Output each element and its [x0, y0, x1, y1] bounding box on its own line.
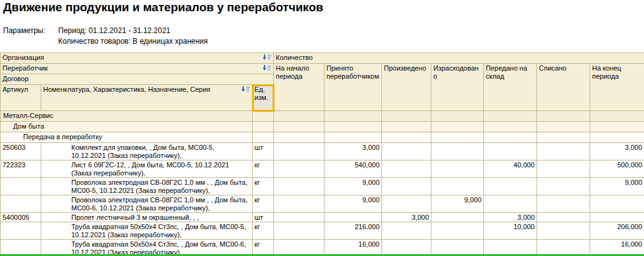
- qty-cell[interactable]: [431, 143, 484, 160]
- qty-cell[interactable]: [431, 178, 484, 195]
- unit-cell[interactable]: кг: [253, 160, 274, 178]
- qty-cell[interactable]: [537, 111, 590, 122]
- qty-cell[interactable]: [274, 160, 325, 178]
- qty-cell[interactable]: [590, 132, 644, 143]
- header-nomenclature[interactable]: Номенклатура, Характеристика, Назначение…: [41, 85, 253, 111]
- qty-cell[interactable]: 500,000: [590, 160, 644, 178]
- qty-cell[interactable]: [382, 111, 431, 122]
- nomenclature-cell[interactable]: Труба квадратная 50х50х4 Ст3пс, , Дом бы…: [41, 222, 253, 240]
- unit-cell[interactable]: кг: [253, 222, 274, 240]
- qty-cell[interactable]: 3,000: [590, 143, 644, 160]
- qty-cell[interactable]: [537, 178, 590, 195]
- header-col-consumed[interactable]: Израсходовано: [431, 64, 484, 111]
- unit-cell[interactable]: шт: [253, 143, 274, 160]
- group-organization-cell[interactable]: Металл-Сервис: [1, 111, 253, 122]
- nomenclature-cell[interactable]: Пролет лестничный 3 м окрашенный, , ,: [41, 213, 253, 222]
- group-processor-cell[interactable]: Дом быта: [1, 122, 253, 132]
- qty-cell[interactable]: 40,000: [484, 160, 537, 178]
- qty-cell[interactable]: [484, 143, 537, 160]
- nomenclature-cell[interactable]: Лист 6 09Г2С-12, , Дом быта, МС00-5, 10.…: [41, 160, 253, 178]
- header-quantity-group[interactable]: Количество: [274, 53, 644, 64]
- nomenclature-cell[interactable]: Проволока электродная СВ-08Г2С 1,0 мм , …: [41, 178, 253, 195]
- qty-cell[interactable]: [590, 213, 644, 222]
- qty-cell[interactable]: [431, 111, 484, 122]
- qty-cell[interactable]: [431, 132, 484, 143]
- qty-cell[interactable]: [484, 122, 537, 132]
- header-col-produced[interactable]: Произведено: [382, 64, 431, 111]
- qty-cell[interactable]: [537, 195, 590, 213]
- unit-cell[interactable]: [253, 122, 274, 132]
- qty-cell[interactable]: [484, 195, 537, 213]
- group-operation-cell[interactable]: Передача в переработку: [1, 132, 253, 143]
- qty-cell[interactable]: [537, 222, 590, 240]
- qty-cell[interactable]: 3,000: [484, 213, 537, 222]
- nomenclature-cell[interactable]: Комплект для упаковки, , Дом быта, МС00-…: [41, 143, 253, 160]
- sort-icon[interactable]: [263, 54, 271, 61]
- qty-cell[interactable]: 3,000: [382, 213, 431, 222]
- qty-cell[interactable]: [382, 222, 431, 240]
- unit-cell[interactable]: кг: [253, 195, 274, 213]
- qty-cell[interactable]: [325, 213, 382, 222]
- header-unit-selected-cell[interactable]: Ед. изм.: [253, 85, 274, 111]
- qty-cell[interactable]: [382, 178, 431, 195]
- qty-cell[interactable]: [431, 160, 484, 178]
- unit-cell[interactable]: [253, 111, 274, 122]
- article-cell[interactable]: 250603: [1, 143, 41, 160]
- qty-cell[interactable]: [274, 222, 325, 240]
- qty-cell[interactable]: [274, 122, 325, 132]
- header-col-accepted[interactable]: Принято переработчиком: [325, 64, 382, 111]
- article-cell[interactable]: 722323: [1, 160, 41, 178]
- article-cell[interactable]: [1, 195, 41, 213]
- qty-cell[interactable]: 216,000: [325, 222, 382, 240]
- qty-cell[interactable]: [274, 143, 325, 160]
- qty-cell[interactable]: [590, 111, 644, 122]
- qty-cell[interactable]: 3,000: [325, 143, 382, 160]
- qty-cell[interactable]: [382, 160, 431, 178]
- qty-cell[interactable]: [431, 213, 484, 222]
- header-col-writtenoff[interactable]: Списано: [537, 64, 590, 111]
- qty-cell[interactable]: [325, 122, 382, 132]
- header-col-begin-period[interactable]: На начало периода: [274, 64, 325, 111]
- qty-cell[interactable]: 9,000: [590, 178, 644, 195]
- header-contract[interactable]: Договор: [1, 74, 274, 85]
- qty-cell[interactable]: [537, 132, 590, 143]
- qty-cell[interactable]: [274, 213, 325, 222]
- qty-cell[interactable]: [484, 178, 537, 195]
- qty-cell[interactable]: [325, 111, 382, 122]
- header-col-transferred[interactable]: Передано на склад: [484, 64, 537, 111]
- header-article[interactable]: Артикул: [1, 85, 41, 111]
- qty-cell[interactable]: [274, 195, 325, 213]
- qty-cell[interactable]: [382, 143, 431, 160]
- qty-cell[interactable]: [274, 111, 325, 122]
- qty-cell[interactable]: [431, 222, 484, 240]
- qty-cell[interactable]: [274, 178, 325, 195]
- article-cell[interactable]: [1, 222, 41, 240]
- qty-cell[interactable]: 9,000: [431, 195, 484, 213]
- qty-cell[interactable]: [484, 111, 537, 122]
- qty-cell[interactable]: 9,000: [325, 178, 382, 195]
- qty-cell[interactable]: [325, 132, 382, 143]
- qty-cell[interactable]: [274, 132, 325, 143]
- qty-cell[interactable]: 9,000: [325, 195, 382, 213]
- header-organization[interactable]: Организация: [1, 53, 274, 64]
- qty-cell[interactable]: 10,000: [484, 222, 537, 240]
- qty-cell[interactable]: [537, 213, 590, 222]
- qty-cell[interactable]: 206,000: [590, 222, 644, 240]
- qty-cell[interactable]: [382, 132, 431, 143]
- unit-cell[interactable]: кг: [253, 178, 274, 195]
- unit-cell[interactable]: [253, 132, 274, 143]
- qty-cell[interactable]: [484, 132, 537, 143]
- nomenclature-cell[interactable]: Проволока электродная СВ-08Г2С 1,0 мм , …: [41, 195, 253, 213]
- qty-cell[interactable]: [590, 195, 644, 213]
- article-cell[interactable]: [1, 178, 41, 195]
- qty-cell[interactable]: [382, 195, 431, 213]
- sort-icon[interactable]: [263, 65, 271, 71]
- article-cell[interactable]: 5400005: [1, 213, 41, 222]
- qty-cell[interactable]: [537, 122, 590, 132]
- unit-cell[interactable]: шт: [253, 213, 274, 222]
- header-processor[interactable]: Переработчик: [1, 64, 274, 74]
- qty-cell[interactable]: [537, 160, 590, 178]
- sort-icon[interactable]: [241, 86, 250, 92]
- header-col-end-period[interactable]: На конец периода: [590, 64, 644, 111]
- qty-cell[interactable]: 540,000: [325, 160, 382, 178]
